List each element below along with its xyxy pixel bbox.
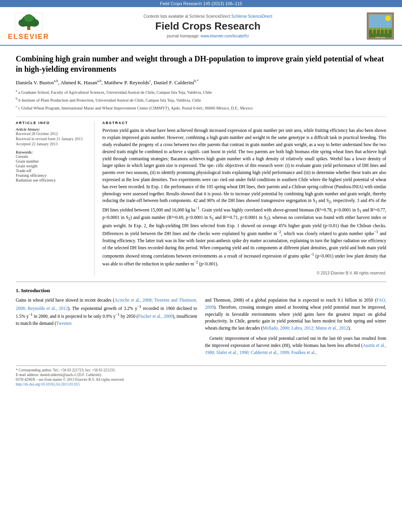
footnote-issn: 0378-4290/$ – see front matter © 2013 El… [16, 378, 386, 382]
intro-left-col: Gains in wheat yield have slowed in rece… [16, 297, 197, 360]
affiliation-c: c c Global Wheat Program, International … [16, 104, 386, 111]
article-info-heading: ARTICLE INFO [16, 121, 88, 125]
journal-top-bar: Field Crops Research 145 (2013) 106–115 [0, 0, 402, 7]
intro-right-col: and Thomson, 2008) of a global populatio… [205, 297, 387, 360]
abstract-heading: ABSTRACT [102, 121, 386, 125]
section-divider [16, 282, 386, 282]
elsevier-tree-icon [13, 11, 44, 33]
article-title: Combining high grain number and weight t… [16, 54, 386, 74]
history-label: Article history: [16, 127, 88, 132]
journal-homepage: journal homepage: www.elsevier.com/locat… [49, 34, 367, 38]
journal-cover-image: Field Crops [367, 12, 394, 40]
keyword-cereals: Cereals [16, 154, 88, 159]
history-accepted: Accepted 22 January 2013 [16, 142, 88, 146]
keyword-trade-off: Trade-off [16, 169, 88, 173]
section-1: 1. Introduction Gains in wheat yield hav… [16, 287, 386, 360]
journal-title: Field Crops Research [49, 20, 367, 32]
sciverse-line: Contents lists available at SciVerse Sci… [49, 14, 367, 19]
journal-cover-icon: Field Crops [367, 12, 394, 40]
abstract-column: ABSTRACT Previous yield gains in wheat h… [102, 121, 386, 275]
journal-citation: Field Crops Research 145 (2013) 106–115 [160, 1, 242, 6]
keywords-label: Keywords: [16, 150, 88, 154]
section-1-title: 1. Introduction [16, 287, 386, 294]
footnote-corresponding: * Corresponding author. Tel.: +56 63 221… [16, 368, 386, 372]
elsevier-wordmark: ELSEVIER [8, 33, 49, 41]
keyword-radiation: Radiation use efficiency [16, 178, 88, 182]
journal-header: ELSEVIER Contents lists available at Sci… [0, 7, 402, 46]
footnote-doi: http://dx.doi.org/10.1016/j.fcr.2013.01.… [16, 382, 386, 386]
history-received: Received 28 October 2012 [16, 132, 88, 136]
keyword-grain-weight: Grain weight [16, 164, 88, 168]
article-info-abstract-section: ARTICLE INFO Article history: Received 2… [16, 117, 386, 275]
abstract-text: Previous yield gains in wheat have been … [102, 127, 386, 268]
svg-point-11 [385, 16, 391, 21]
copyright-line: © 2013 Elsevier B.V. All rights reserved… [102, 271, 386, 275]
authors-line: Daniela V. Bustosa,b, Ahmed K. Hasana,b,… [16, 79, 386, 86]
journal-center-header: Contents lists available at SciVerse Sci… [49, 14, 367, 38]
article-info-column: ARTICLE INFO Article history: Received 2… [16, 121, 94, 275]
intro-para-3: Genetic improvement of wheat yield poten… [205, 335, 387, 356]
affiliations: a a Graduate School, Faculty of Agricult… [16, 88, 386, 111]
intro-body: Gains in wheat yield have slowed in rece… [16, 297, 386, 360]
keyword-grain-number: Grain number [16, 159, 88, 163]
footnote-email: E-mail address: danielcalderini@uach.cl … [16, 373, 386, 377]
svg-point-5 [24, 14, 33, 22]
keywords-section: Keywords: Cereals Grain number Grain wei… [16, 150, 88, 182]
combining-word: combining [186, 135, 205, 140]
affiliation-a: a a Graduate School, Faculty of Agricult… [16, 88, 386, 95]
intro-para-1: Gains in wheat yield have slowed in rece… [16, 297, 197, 327]
keyword-fruiting: Fruiting efficiency [16, 173, 88, 178]
intro-para-2: and Thomson, 2008) of a global populatio… [205, 297, 387, 332]
main-content: Combining high grain number and weight t… [0, 46, 402, 395]
footnote-area: * Corresponding author. Tel.: +56 63 221… [16, 365, 386, 386]
elsevier-logo: ELSEVIER [8, 11, 49, 41]
svg-text:Field Crops: Field Crops [376, 37, 385, 39]
affiliation-b: b b Institute of Plant Production and Pr… [16, 96, 386, 103]
journal-url[interactable]: www.elsevier.com/locate/fcr [200, 34, 249, 38]
history-revised: Received in revised form 21 January 2013 [16, 137, 88, 141]
